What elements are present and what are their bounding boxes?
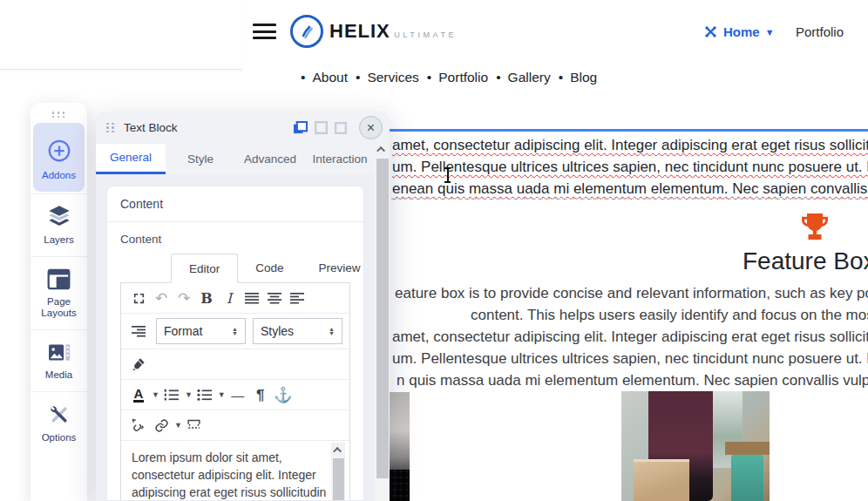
tab-general[interactable]: General bbox=[96, 144, 166, 174]
feature-line: amet, consectetur adipiscing elit. Integ… bbox=[392, 328, 868, 346]
modal-scrollbar[interactable] bbox=[375, 142, 390, 501]
italic-icon[interactable]: I bbox=[219, 288, 240, 308]
tab-interaction[interactable]: Interaction bbox=[305, 144, 375, 174]
tab-editor[interactable]: Editor bbox=[171, 254, 238, 283]
scrollbar-thumb[interactable] bbox=[376, 159, 389, 478]
content-field-label: Content bbox=[120, 233, 350, 246]
scrollbar-thumb[interactable] bbox=[333, 458, 344, 500]
horizontal-rule-icon[interactable]: — bbox=[227, 384, 248, 405]
chevron-down-icon: ▼ bbox=[765, 27, 775, 37]
redo-icon[interactable]: ↷ bbox=[173, 288, 194, 308]
text-block-line: amet, consectetur adipiscing elit. Integ… bbox=[392, 137, 868, 154]
text-block-settings-modal: Text Block × General Style Advanced Inte… bbox=[96, 112, 390, 501]
scroll-up-icon[interactable] bbox=[331, 443, 345, 457]
text-block-line: enean quis massa uada mi elementum eleme… bbox=[392, 180, 868, 198]
window-size-large-icon[interactable] bbox=[293, 121, 308, 134]
undo-icon[interactable]: ↶ bbox=[151, 288, 172, 308]
ordered-list-dropdown-icon[interactable]: ▼ bbox=[185, 390, 193, 399]
scroll-up-icon[interactable] bbox=[375, 142, 390, 156]
media-icon bbox=[47, 342, 71, 363]
feature-line: n quis massa uada mi elementum elementum… bbox=[397, 372, 868, 389]
menu-item-portfolio[interactable]: Portfolio bbox=[796, 24, 844, 39]
brand-name: HELIX bbox=[329, 20, 390, 42]
text-color-dropdown-icon[interactable]: ▼ bbox=[152, 390, 159, 399]
modal-header: Text Block × bbox=[96, 112, 390, 144]
feature-line: um. Pellentesque ultrices ultrices sapie… bbox=[392, 350, 868, 368]
styles-select[interactable]: Styles ▲▼ bbox=[253, 318, 342, 344]
text-color-icon[interactable]: A bbox=[128, 384, 149, 405]
joomla-icon bbox=[704, 25, 717, 38]
trophy-icon bbox=[799, 211, 831, 242]
toolbar-row: ↶ ↷ B I bbox=[121, 283, 349, 314]
clear-formatting-icon[interactable] bbox=[128, 354, 149, 375]
tools-icon bbox=[47, 403, 71, 426]
modal-body: Content Content Editor Code Preview ↶ ↷ bbox=[96, 174, 375, 501]
content-section-title: Content bbox=[107, 186, 363, 222]
page-layout-icon bbox=[47, 268, 71, 290]
logo-circle-icon bbox=[290, 15, 323, 48]
anchor-icon[interactable]: ⚓ bbox=[273, 384, 294, 405]
builder-sidebar: Addons Layers Page Layouts Media bbox=[31, 103, 87, 501]
sidebar-item-page-layouts[interactable]: Page Layouts bbox=[31, 256, 87, 329]
close-icon[interactable]: × bbox=[359, 116, 383, 139]
format-select[interactable]: Format ▲▼ bbox=[156, 318, 246, 344]
page-break-icon[interactable] bbox=[184, 415, 205, 436]
person-with-box-photo[interactable] bbox=[621, 391, 770, 501]
editor-content-area[interactable]: Lorem ipsum dolor sit amet, consectetur … bbox=[121, 441, 349, 501]
bold-icon[interactable]: B bbox=[196, 288, 217, 308]
toolbar-row: A ▼ ▼ ▼ — ¶ ⚓ bbox=[121, 380, 349, 410]
builder-top-panel bbox=[0, 0, 242, 70]
nav-link-services[interactable]: Services bbox=[367, 70, 418, 85]
select-arrows-icon: ▲▼ bbox=[232, 327, 238, 335]
sidebar-drag-handle-icon[interactable] bbox=[52, 112, 66, 118]
bullet-nav-list: •About •Services •Portfolio •Gallery •Bl… bbox=[301, 70, 605, 85]
hamburger-menu-icon[interactable] bbox=[253, 24, 276, 41]
align-center-icon[interactable] bbox=[264, 288, 285, 308]
ordered-list-icon[interactable] bbox=[161, 384, 182, 405]
modal-title: Text Block bbox=[124, 121, 178, 134]
toolbar-row bbox=[121, 349, 349, 380]
wysiwyg-editor: ↶ ↷ B I bbox=[120, 282, 350, 501]
align-justify-icon[interactable] bbox=[241, 288, 262, 308]
nav-link-portfolio[interactable]: Portfolio bbox=[438, 70, 488, 85]
feature-box-title: Feature Box bbox=[743, 247, 868, 275]
selected-text-block[interactable]: amet, consectetur adipiscing elit. Integ… bbox=[331, 129, 868, 200]
site-logo[interactable]: HELIX ULTIMATE bbox=[290, 15, 457, 48]
link-dropdown-icon[interactable]: ▼ bbox=[174, 421, 182, 430]
modal-tab-bar: General Style Advanced Interaction bbox=[96, 144, 390, 174]
window-size-small-icon[interactable] bbox=[335, 122, 347, 134]
align-left-icon[interactable] bbox=[287, 288, 308, 308]
tab-style[interactable]: Style bbox=[166, 144, 235, 174]
text-block-line: um. Pellentesque ultrices ultrices sapie… bbox=[392, 159, 868, 176]
editor-scrollbar[interactable] bbox=[331, 443, 345, 501]
brand-subtitle: ULTIMATE bbox=[394, 30, 457, 39]
menu-item-home[interactable]: Home ▼ bbox=[704, 24, 775, 39]
nav-link-gallery[interactable]: Gallery bbox=[508, 70, 551, 85]
unlink-icon[interactable] bbox=[128, 415, 149, 436]
toolbar-row: Format ▲▼ Styles ▲▼ bbox=[121, 314, 349, 349]
modal-drag-handle-icon[interactable] bbox=[106, 123, 116, 133]
unordered-list-dropdown-icon[interactable]: ▼ bbox=[218, 390, 226, 399]
sidebar-item-layers[interactable]: Layers bbox=[31, 193, 87, 256]
sidebar-item-addons[interactable]: Addons bbox=[33, 123, 85, 192]
link-icon[interactable] bbox=[151, 415, 172, 436]
feature-line: content. This helps users easily identif… bbox=[471, 307, 868, 324]
nav-link-about[interactable]: About bbox=[312, 70, 348, 85]
tab-preview[interactable]: Preview bbox=[302, 254, 364, 282]
select-arrows-icon: ▲▼ bbox=[329, 327, 335, 335]
paragraph-icon[interactable]: ¶ bbox=[250, 384, 271, 405]
text-cursor bbox=[444, 167, 452, 183]
unordered-list-icon[interactable] bbox=[194, 384, 215, 405]
align-right-icon[interactable] bbox=[128, 321, 149, 342]
feature-line: eature box is to provide concise and rel… bbox=[395, 285, 868, 302]
tab-code[interactable]: Code bbox=[238, 254, 301, 282]
editor-tab-bar: Editor Code Preview bbox=[171, 254, 350, 282]
fullscreen-icon[interactable] bbox=[128, 288, 149, 308]
tab-advanced[interactable]: Advanced bbox=[235, 144, 305, 174]
window-size-medium-icon[interactable] bbox=[315, 121, 328, 134]
sidebar-item-media[interactable]: Media bbox=[31, 329, 87, 391]
nav-link-blog[interactable]: Blog bbox=[570, 70, 597, 85]
sidebar-item-options[interactable]: Options bbox=[31, 391, 87, 454]
toolbar-row: ▼ bbox=[121, 410, 349, 441]
layers-icon bbox=[47, 206, 71, 228]
